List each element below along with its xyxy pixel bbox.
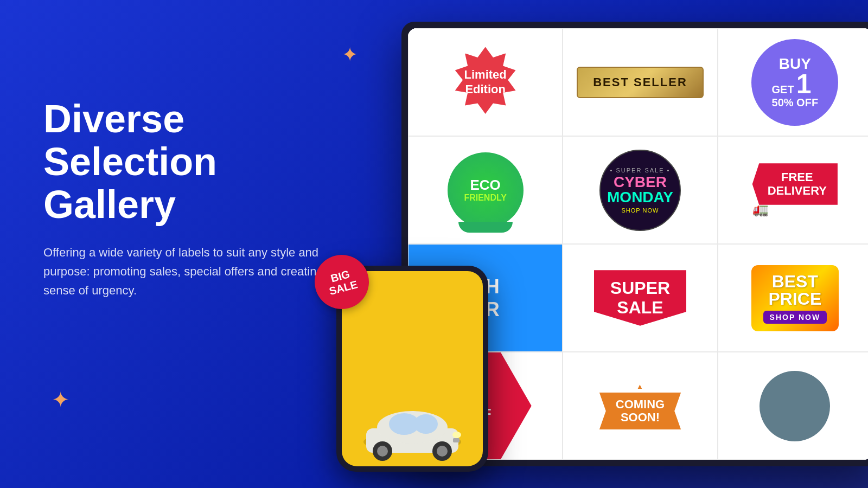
badge-coming-soon-cell[interactable]: ▲ COMING SOON! [563,352,717,460]
super-sale-badge: SUPER SALE [594,270,686,325]
coming-soon-top: ▲ [636,382,644,390]
badge-eco-cell[interactable]: ECO FRIENDLY [408,136,563,244]
buy1-text: BUY GET 1 50% OFF [772,56,819,109]
free-delivery-text: FREE DELIVERY [768,171,827,197]
badge-bestprice-cell[interactable]: BEST PRICE SHOP NOW [718,244,868,352]
phone-screen [342,271,483,466]
left-panel: Diverse Selection Gallery Offering a wid… [43,98,358,300]
svg-point-4 [414,414,438,434]
eco-friendly-badge: ECO FRIENDLY [448,152,524,228]
coming-soon-text: COMING SOON! [616,398,665,424]
cyber-top-text: • SUPER SALE • [610,167,671,174]
eco-subtext: FRIENDLY [464,193,507,203]
coming-soon-ribbon: COMING SOON! [599,393,681,429]
limited-edition-text: Limited Edition [464,68,507,97]
free-delivery-badge: FREE DELIVERY 🚛 [752,163,838,216]
svg-point-6 [377,446,388,457]
page-subtitle: Offering a wide variety of labels to sui… [43,243,326,300]
best-price-sub: SHOP NOW [770,313,821,322]
page-title: Diverse Selection Gallery [43,98,358,227]
super-sale-shape: SUPER SALE [594,270,686,325]
svg-point-9 [452,432,461,438]
cyber-line2: MONDAY [607,190,673,205]
badge-bestseller-cell[interactable]: BEST SELLER [563,28,717,136]
circle-gray-badge [760,371,830,441]
best-price-text: BEST PRICE [763,273,827,307]
best-price-badge: BEST PRICE SHOP NOW [751,265,839,331]
best-seller-text: BEST SELLER [593,75,687,89]
svg-point-8 [437,446,448,457]
cyber-monday-badge: • SUPER SALE • CYBER MONDAY SHOP NOW [599,150,681,231]
eco-text: ECO [470,178,500,192]
sparkle-icon-1: ✦ [342,43,358,66]
limited-edition-badge: Limited Edition [450,47,521,118]
best-seller-badge: BEST SELLER [577,67,704,98]
cyber-sub: SHOP NOW [622,207,659,214]
phone-mockup: BIG SALE [336,266,488,472]
badge-supersale-cell[interactable]: SUPER SALE [563,244,717,352]
cyber-line1: CYBER [614,175,667,190]
buy1-badge: BUY GET 1 50% OFF [751,39,838,126]
sparkle-icon-3: ✦ [52,387,70,412]
car-illustration [353,390,472,461]
right-panel: Limited Edition BEST SELLER BUY GET [380,0,868,488]
badge-free-delivery-cell[interactable]: FREE DELIVERY 🚛 [718,136,868,244]
svg-rect-10 [453,438,459,442]
best-price-sub-bg: SHOP NOW [763,311,827,324]
badge-circle-gray-cell[interactable] [718,352,868,460]
super-sale-text: SUPER SALE [610,279,670,317]
badge-buy1-cell[interactable]: BUY GET 1 50% OFF [718,28,868,136]
badge-cyber-cell[interactable]: • SUPER SALE • CYBER MONDAY SHOP NOW [563,136,717,244]
free-delivery-shape: FREE DELIVERY [752,163,838,204]
badge-limited-edition-cell[interactable]: Limited Edition [408,28,563,136]
coming-soon-badge: ▲ COMING SOON! [599,382,681,429]
big-sale-text: BIG SALE [325,267,359,297]
